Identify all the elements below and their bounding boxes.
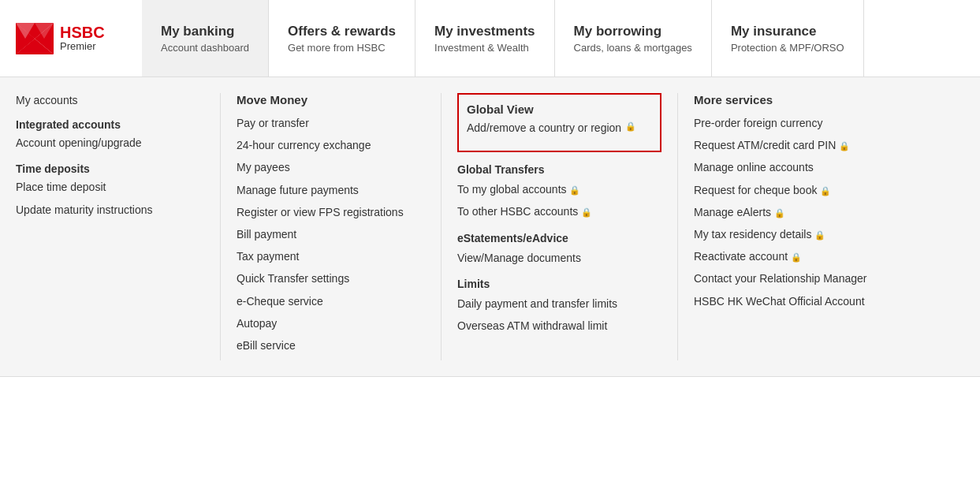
global-view-link[interactable]: Add/remove a country or region🔒	[467, 121, 652, 135]
nav-item-subtitle-insurance: Protection & MPF/ORSO	[731, 42, 844, 54]
nav-item-insurance[interactable]: My insurance Protection & MPF/ORSO	[712, 0, 864, 76]
autopay-link[interactable]: Autopay	[237, 316, 425, 330]
nav-items: My banking Account dashboard Offers & re…	[142, 0, 864, 76]
overseas-atm-limit-link[interactable]: Overseas ATM withdrawal limit	[457, 319, 661, 333]
lock-icon-other-hsbc: 🔒	[581, 207, 592, 217]
quick-transfer-link[interactable]: Quick Transfer settings	[237, 271, 425, 285]
logo-hsbc-label: HSBC	[60, 24, 105, 40]
reactivate-account-link[interactable]: Reactivate account 🔒	[694, 249, 883, 263]
dropdown-col-more-services: More services Pre-order foreign currency…	[678, 93, 899, 360]
nav-item-subtitle-borrowing: Cards, loans & mortgages	[574, 42, 692, 54]
relationship-manager-link[interactable]: Contact your Relationship Manager	[694, 271, 883, 285]
nav-item-title-borrowing: My borrowing	[574, 24, 692, 39]
manage-ealerts-link[interactable]: Manage eAlerts 🔒	[694, 205, 883, 219]
update-maturity-link[interactable]: Update maturity instructions	[16, 203, 204, 217]
dropdown-col-move-money: Move Money Pay or transfer 24-hour curre…	[221, 93, 442, 360]
nav-item-title-investments: My investments	[434, 24, 535, 39]
nav-item-title-insurance: My insurance	[731, 24, 844, 39]
nav-item-my-banking[interactable]: My banking Account dashboard	[142, 0, 269, 76]
dropdown-menu: My accounts Integrated accounts Account …	[0, 77, 980, 377]
view-manage-documents-link[interactable]: View/Manage documents	[457, 251, 661, 265]
move-money-title: Move Money	[237, 93, 425, 106]
request-atm-pin-link[interactable]: Request ATM/credit card PIN 🔒	[694, 138, 883, 152]
logo-icon: HSBC Premier	[16, 23, 105, 54]
limits-section: Limits Daily payment and transfer limits…	[457, 278, 661, 333]
logo-text: HSBC Premier	[60, 24, 105, 52]
nav-item-subtitle-offers: Get more from HSBC	[288, 42, 396, 54]
dropdown-col-accounts: My accounts Integrated accounts Account …	[0, 93, 221, 360]
fps-registrations-link[interactable]: Register or view FPS registrations	[237, 205, 425, 219]
lock-icon-global: 🔒	[569, 185, 580, 195]
nav-item-offers[interactable]: Offers & rewards Get more from HSBC	[269, 0, 415, 76]
global-transfers-title: Global Transfers	[457, 163, 661, 176]
tax-payment-link[interactable]: Tax payment	[237, 249, 425, 263]
logo-area: HSBC Premier	[0, 0, 142, 76]
nav-item-title-offers: Offers & rewards	[288, 24, 396, 39]
estatements-section: eStatements/eAdvice View/Manage document…	[457, 232, 661, 265]
place-time-deposit-link[interactable]: Place time deposit	[16, 180, 204, 194]
to-my-global-accounts-link[interactable]: To my global accounts 🔒	[457, 182, 661, 196]
ebill-link[interactable]: eBill service	[237, 338, 425, 353]
header: HSBC Premier My banking Account dashboar…	[0, 0, 980, 77]
account-opening-link[interactable]: Account opening/upgrade	[16, 136, 204, 150]
daily-payment-limits-link[interactable]: Daily payment and transfer limits	[457, 297, 661, 311]
integrated-accounts-section: Integrated accounts Account opening/upgr…	[16, 118, 204, 150]
echeque-link[interactable]: e-Cheque service	[237, 294, 425, 308]
wechat-link[interactable]: HSBC HK WeChat Official Account	[694, 294, 883, 308]
global-transfers-section: Global Transfers To my global accounts 🔒…	[457, 163, 661, 218]
time-deposits-section: Time deposits Place time deposit Update …	[16, 162, 204, 216]
bill-payment-link[interactable]: Bill payment	[237, 227, 425, 241]
hsbc-logo-icon	[16, 23, 54, 54]
currency-exchange-link[interactable]: 24-hour currency exchange	[237, 138, 425, 152]
nav-item-title-my-banking: My banking	[161, 24, 249, 39]
integrated-accounts-title: Integrated accounts	[16, 118, 204, 131]
lock-icon-cheque: 🔒	[820, 186, 831, 196]
estatements-title: eStatements/eAdvice	[457, 232, 661, 244]
lock-icon-atm: 🔒	[839, 141, 850, 151]
global-view-box: Global View Add/remove a country or regi…	[457, 93, 661, 152]
nav-item-subtitle-investments: Investment & Wealth	[434, 42, 535, 54]
global-view-lock-icon: 🔒	[625, 121, 636, 132]
lock-icon-tax: 🔒	[814, 230, 825, 240]
global-view-link-text: Add/remove a country or region	[467, 121, 621, 135]
time-deposits-title: Time deposits	[16, 162, 204, 175]
my-accounts-link[interactable]: My accounts	[16, 93, 204, 107]
manage-online-accounts-link[interactable]: Manage online accounts	[694, 160, 883, 174]
my-payees-link[interactable]: My payees	[237, 160, 425, 174]
pay-or-transfer-link[interactable]: Pay or transfer	[237, 116, 425, 130]
manage-future-payments-link[interactable]: Manage future payments	[237, 183, 425, 197]
nav-item-borrowing[interactable]: My borrowing Cards, loans & mortgages	[555, 0, 712, 76]
lock-icon-ealerts: 🔒	[774, 208, 785, 218]
nav-item-subtitle-my-banking: Account dashboard	[161, 42, 249, 54]
more-services-title: More services	[694, 93, 883, 106]
global-view-title: Global View	[467, 103, 652, 116]
dropdown-col-global: Global View Add/remove a country or regi…	[442, 93, 678, 360]
nav-item-investments[interactable]: My investments Investment & Wealth	[415, 0, 555, 76]
logo-premier-label: Premier	[60, 40, 105, 52]
lock-icon-reactivate: 🔒	[791, 252, 802, 262]
request-cheque-book-link[interactable]: Request for cheque book 🔒	[694, 183, 883, 197]
pre-order-currency-link[interactable]: Pre-order foreign currency	[694, 116, 883, 130]
tax-residency-link[interactable]: My tax residency details 🔒	[694, 227, 883, 241]
to-other-hsbc-link[interactable]: To other HSBC accounts 🔒	[457, 204, 661, 218]
limits-title: Limits	[457, 278, 661, 290]
